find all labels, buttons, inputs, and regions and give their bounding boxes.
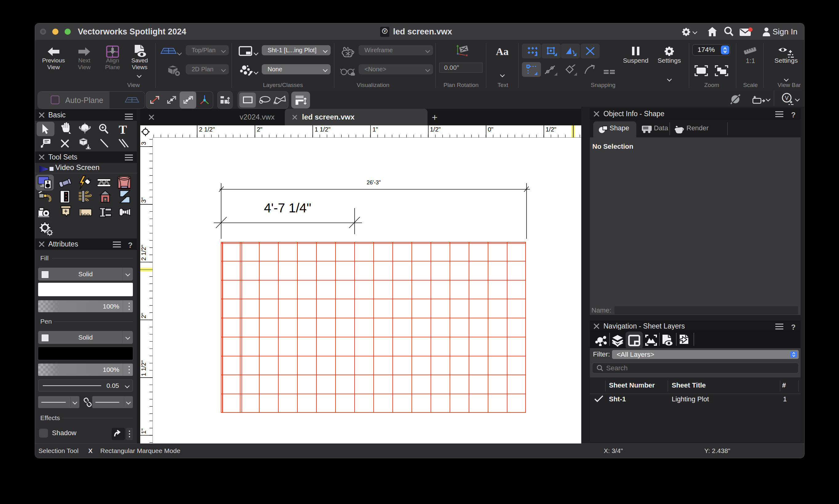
- svg-text:26'-3": 26'-3": [367, 179, 381, 186]
- svg-text:V: V: [785, 95, 789, 101]
- svg-text:4'-7 1/4": 4'-7 1/4": [264, 201, 311, 215]
